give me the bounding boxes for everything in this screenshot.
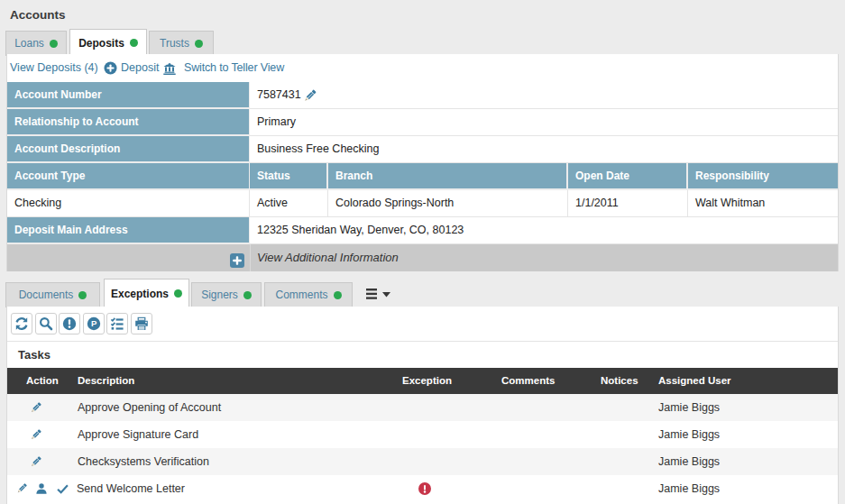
svg-text:P: P xyxy=(91,318,97,328)
